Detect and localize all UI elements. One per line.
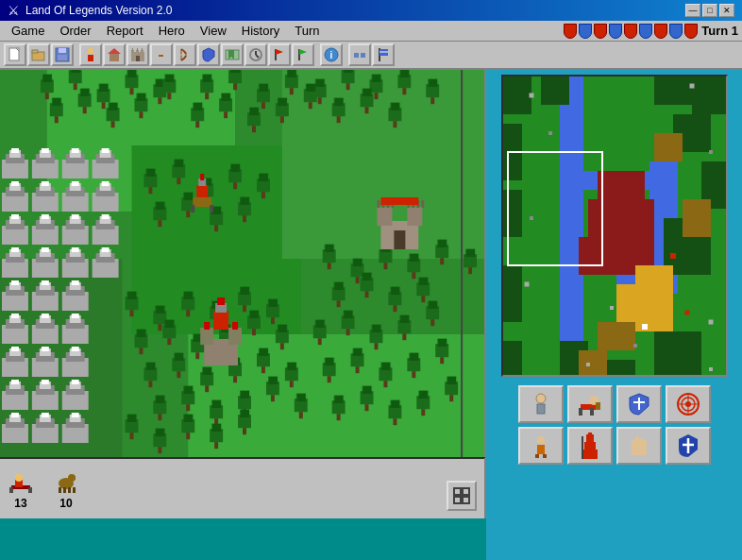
svg-rect-67 (537, 445, 545, 454)
svg-point-66 (537, 436, 545, 444)
svg-rect-58 (579, 408, 582, 416)
toolbar-bow-btn[interactable] (174, 43, 196, 66)
save-icon (55, 47, 70, 62)
svg-rect-34 (361, 53, 365, 58)
action-flag-button[interactable] (567, 427, 613, 465)
toolbar-wait-btn[interactable] (245, 43, 267, 66)
action-shield-button[interactable] (616, 385, 662, 423)
flag2-icon (295, 47, 311, 62)
action-hand-button[interactable] (616, 427, 662, 465)
svg-rect-68 (535, 454, 539, 458)
svg-rect-16 (142, 48, 143, 51)
action-row-1 (518, 385, 711, 423)
svg-rect-48 (68, 487, 71, 493)
window-title: Land Of Legends Version 2.0 (25, 4, 172, 17)
minimize-button[interactable]: — (685, 4, 700, 17)
hero-action-icon (528, 391, 554, 417)
toolbar-new-btn[interactable] (4, 43, 26, 66)
toolbar-flag1-btn[interactable] (268, 43, 291, 66)
svg-rect-79 (632, 450, 647, 455)
menu-order[interactable]: Order (52, 22, 98, 40)
shield-icon (201, 47, 216, 62)
toolbar-save-btn[interactable] (51, 43, 74, 66)
banner-icon (376, 47, 391, 62)
unit-sprite-horse (53, 468, 79, 495)
mini-map[interactable] (501, 75, 728, 377)
action-emblem-button[interactable] (666, 427, 711, 465)
shield-blue-4 (669, 24, 683, 39)
action-move-button[interactable] (518, 427, 564, 465)
menu-turn[interactable]: Turn (287, 22, 327, 40)
hand-action-icon (626, 433, 652, 459)
shield-blue-3 (639, 24, 652, 39)
toolbar-banner-btn[interactable] (372, 43, 395, 66)
unit-info-1: 13 (8, 468, 34, 510)
toolbar-sword-btn[interactable] (150, 43, 173, 66)
sword-icon (154, 47, 169, 62)
svg-marker-9 (108, 48, 121, 54)
svg-rect-69 (543, 454, 547, 458)
svg-rect-59 (590, 408, 594, 416)
menu-report[interactable]: Report (99, 22, 151, 40)
toolbar-open-btn[interactable] (27, 43, 50, 66)
title-bar-left: ⚔ Land Of Legends Version 2.0 (8, 3, 172, 18)
menu-hero[interactable]: Hero (151, 22, 193, 40)
flag1-icon (272, 47, 287, 62)
expand-status-button[interactable] (447, 481, 477, 511)
title-bar: ⚔ Land Of Legends Version 2.0 — □ ✕ (0, 0, 742, 21)
title-bar-controls[interactable]: — □ ✕ (685, 4, 734, 17)
svg-text:i: i (330, 50, 333, 60)
action-knight-button[interactable] (567, 385, 613, 423)
svg-rect-42 (28, 487, 32, 493)
menu-history[interactable]: History (234, 22, 287, 40)
toolbar-extra-btn[interactable] (348, 43, 371, 66)
info-icon: i (324, 47, 339, 62)
svg-rect-51 (463, 488, 469, 495)
action-target-button[interactable] (666, 385, 711, 423)
toolbar-shield-btn[interactable] (197, 43, 220, 66)
status-bar: 13 10 (0, 457, 486, 518)
knight-action-icon (577, 391, 603, 417)
svg-point-40 (15, 474, 23, 482)
svg-rect-4 (59, 48, 66, 53)
target-action-icon (675, 391, 701, 417)
bow-icon (177, 47, 193, 62)
svg-rect-73 (588, 433, 592, 436)
menu-view[interactable]: View (193, 22, 234, 40)
menu-game[interactable]: Game (4, 22, 52, 40)
svg-rect-14 (132, 48, 133, 51)
shield-blue-2 (609, 24, 622, 39)
svg-rect-2 (32, 50, 38, 53)
hero-icon (83, 47, 98, 62)
shield-blue-1 (579, 24, 592, 39)
action-buttons (486, 382, 742, 468)
new-icon (8, 47, 23, 62)
map-view[interactable] (0, 70, 486, 457)
svg-marker-28 (276, 49, 283, 55)
svg-rect-41 (9, 487, 13, 493)
flag-action-icon (577, 433, 603, 459)
toolbar-hero-btn[interactable] (79, 43, 102, 66)
toolbar-map-btn[interactable] (221, 43, 244, 66)
action-hero-button[interactable] (518, 385, 564, 423)
toolbar-flag2-btn[interactable] (292, 43, 314, 66)
unit-count-2: 10 (59, 497, 72, 510)
toolbar-town-btn[interactable] (103, 43, 126, 66)
svg-point-6 (88, 48, 93, 54)
toolbar-info-btn[interactable]: i (320, 43, 343, 66)
svg-rect-50 (454, 488, 461, 495)
map-icon (225, 47, 240, 62)
expand-icon (452, 486, 471, 505)
maximize-button[interactable]: □ (702, 4, 717, 17)
action-row-2 (518, 427, 711, 465)
toolbar-castle-btn[interactable] (126, 43, 149, 66)
svg-rect-52 (454, 497, 461, 503)
shield-red-4 (654, 24, 667, 39)
close-button[interactable]: ✕ (719, 4, 734, 17)
shield-red-2 (594, 24, 607, 39)
svg-rect-46 (59, 487, 61, 493)
svg-rect-49 (73, 487, 76, 493)
svg-point-54 (536, 394, 546, 403)
menu-items: Game Order Report Hero View History Turn (4, 22, 328, 40)
turn-label: Turn 1 (701, 24, 738, 38)
